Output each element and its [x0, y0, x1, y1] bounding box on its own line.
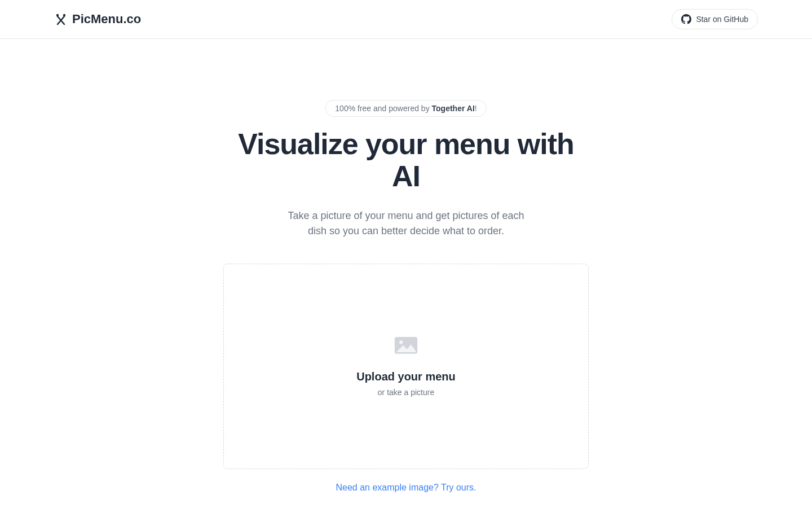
upload-dropzone[interactable]: Upload your menu or take a picture — [223, 264, 589, 469]
image-icon — [394, 336, 418, 354]
badge-suffix: ! — [475, 104, 477, 113]
main-content: 100% free and powered by Together AI! Vi… — [0, 39, 812, 493]
logo-link[interactable]: PicMenu.co — [54, 12, 141, 27]
badge-prefix: 100% free and powered by — [335, 104, 431, 113]
svg-point-5 — [399, 340, 403, 344]
powered-by-badge[interactable]: 100% free and powered by Together AI! — [325, 100, 486, 117]
example-image-link[interactable]: Need an example image? Try ours. — [336, 483, 476, 493]
github-button[interactable]: Star on GitHub — [672, 9, 758, 29]
hero-subtitle: Take a picture of your menu and get pict… — [288, 208, 524, 239]
hero-title: Visualize your menu with AI — [226, 128, 586, 192]
logo-text: PicMenu.co — [72, 12, 141, 27]
github-button-label: Star on GitHub — [696, 15, 748, 24]
upload-title: Upload your menu — [356, 370, 456, 383]
github-icon — [681, 14, 691, 24]
badge-bold: Together AI — [432, 104, 475, 113]
header: PicMenu.co Star on GitHub — [0, 0, 812, 39]
upload-subtitle: or take a picture — [378, 388, 434, 397]
utensils-icon — [54, 12, 68, 26]
